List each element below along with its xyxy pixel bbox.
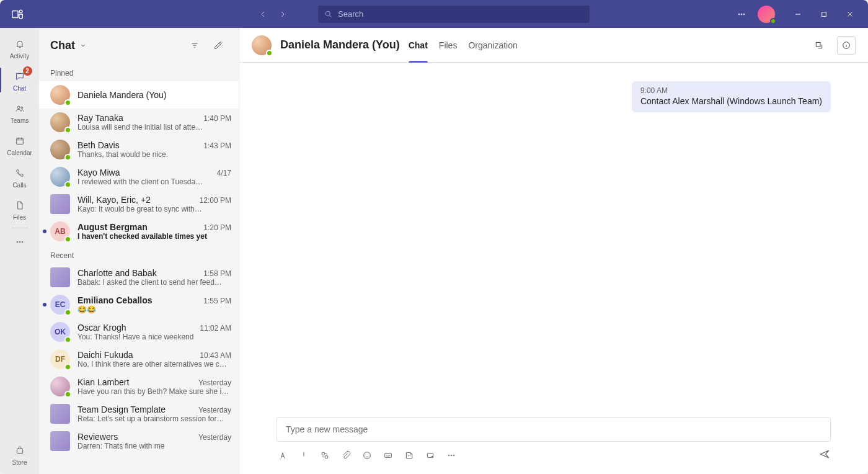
- search-input[interactable]: [338, 9, 583, 19]
- gif-button[interactable]: GIF: [382, 449, 394, 462]
- attach-button[interactable]: [340, 449, 352, 462]
- rail-label: Store: [12, 459, 27, 466]
- more-compose-button[interactable]: [445, 449, 458, 462]
- svg-rect-14: [816, 42, 820, 47]
- conversation-panel: Daniela Mandera (You) Chat Files Organiz…: [239, 28, 868, 474]
- chat-item[interactable]: OKOscar Krogh11:02 AMYou: Thanks! Have a…: [39, 318, 239, 346]
- chat-item-preview: Thanks, that would be nice.: [78, 150, 231, 159]
- chat-item-time: 1:20 PM: [203, 223, 231, 232]
- chat-item[interactable]: Kayo Miwa4/17I reviewed with the client …: [39, 163, 239, 190]
- chat-item-time: Yesterday: [198, 406, 231, 414]
- svg-point-8: [20, 107, 22, 109]
- tab-files[interactable]: Files: [439, 28, 458, 63]
- rail-label: Chat: [13, 85, 26, 92]
- rail-store[interactable]: Store: [0, 438, 39, 470]
- chat-item-time: 1:40 PM: [203, 114, 231, 123]
- chat-item[interactable]: Kian LambertYesterdayHave you ran this b…: [39, 373, 239, 400]
- chat-item-time: 11:02 AM: [200, 324, 231, 333]
- svg-point-26: [451, 455, 452, 456]
- svg-rect-6: [822, 12, 826, 16]
- nav-forward-button[interactable]: [273, 4, 293, 24]
- svg-point-11: [19, 241, 20, 243]
- format-button[interactable]: [277, 449, 289, 462]
- chat-list-title[interactable]: Chat: [50, 39, 87, 52]
- rail-calendar[interactable]: Calendar: [0, 128, 39, 161]
- chat-icon: 2: [12, 69, 27, 84]
- svg-point-18: [364, 452, 371, 459]
- svg-point-7: [17, 106, 20, 109]
- chat-item-name: Reviewers: [78, 432, 193, 442]
- stream-button[interactable]: [424, 449, 436, 462]
- calendar-icon: [12, 133, 27, 148]
- window-minimize-button[interactable]: [785, 0, 811, 28]
- chat-item[interactable]: Beth Davis1:43 PMThanks, that would be n…: [39, 136, 239, 163]
- loop-button[interactable]: [319, 449, 331, 462]
- chat-item[interactable]: DFDaichi Fukuda10:43 AMNo, I think there…: [39, 346, 239, 373]
- rail-more-apps[interactable]: [0, 231, 39, 253]
- phone-icon: [12, 166, 27, 181]
- chat-item-time: 1:43 PM: [203, 141, 231, 150]
- chat-item-preview: Louisa will send the initial list of att…: [78, 123, 231, 132]
- rail-teams[interactable]: Teams: [0, 96, 39, 128]
- file-icon: [12, 198, 27, 213]
- chat-item-name: Oscar Krogh: [78, 323, 195, 333]
- chat-item-preview: Reta: Let's set up a brainstorm session …: [78, 414, 231, 423]
- avatar: [50, 85, 70, 105]
- chat-item[interactable]: ReviewersYesterdayDarren: Thats fine wit…: [39, 427, 239, 455]
- sticker-button[interactable]: [403, 449, 415, 462]
- window-close-button[interactable]: [837, 0, 863, 28]
- unread-badge: 2: [23, 66, 32, 76]
- more-options-button[interactable]: [732, 6, 751, 22]
- store-icon: [12, 443, 27, 458]
- conversation-title: Daniela Mandera (You): [280, 38, 400, 51]
- avatar: [50, 112, 70, 132]
- chat-item[interactable]: Daniela Mandera (You): [39, 81, 239, 109]
- chat-item-preview: You: Thanks! Have a nice weekend: [78, 333, 231, 341]
- send-button[interactable]: [818, 448, 831, 463]
- rail-label: Activity: [10, 53, 30, 60]
- chat-item-preview: I reviewed with the client on Tuesda…: [78, 177, 231, 186]
- rail-activity[interactable]: Activity: [0, 32, 39, 64]
- message-composer[interactable]: [277, 417, 831, 442]
- teams-logo-icon: [5, 1, 31, 27]
- rail-calls[interactable]: Calls: [0, 161, 39, 193]
- composer-input[interactable]: [286, 424, 822, 434]
- tab-organization[interactable]: Organization: [468, 28, 517, 63]
- chat-item-preview: I haven't checked available times yet: [78, 232, 231, 241]
- svg-point-12: [22, 241, 23, 243]
- chat-item-time: Yesterday: [198, 378, 231, 387]
- search-bar[interactable]: [317, 5, 590, 24]
- avatar: [50, 377, 70, 396]
- chat-item[interactable]: ABAugust Bergman1:20 PMI haven't checked…: [39, 218, 239, 245]
- presence-available-icon: [64, 99, 71, 106]
- svg-point-10: [17, 241, 18, 243]
- new-chat-button[interactable]: [209, 36, 228, 55]
- popout-button[interactable]: [810, 36, 828, 55]
- rail-chat[interactable]: 2 Chat: [0, 64, 39, 96]
- chat-item[interactable]: Charlotte and Babak1:58 PMBabak: I asked…: [39, 264, 239, 291]
- chat-item[interactable]: ECEmiliano Ceballos1:55 PM😂😂: [39, 291, 239, 318]
- conversation-avatar[interactable]: [252, 35, 272, 55]
- priority-button[interactable]: [298, 449, 310, 462]
- chat-item-time: 1:58 PM: [203, 269, 231, 278]
- tab-chat[interactable]: Chat: [409, 28, 428, 63]
- avatar: [50, 194, 70, 214]
- avatar: [50, 267, 70, 287]
- window-maximize-button[interactable]: [811, 0, 837, 28]
- filter-button[interactable]: [185, 36, 204, 55]
- rail-files[interactable]: Files: [0, 193, 39, 225]
- avatar: DF: [50, 349, 70, 369]
- presence-available-icon: [266, 50, 273, 56]
- chat-item[interactable]: Ray Tanaka1:40 PMLouisa will send the in…: [39, 109, 239, 136]
- chat-item-name: August Bergman: [78, 222, 198, 232]
- message-bubble[interactable]: 9:00 AM Contact Alex Marshall (Windows L…: [632, 81, 831, 112]
- nav-back-button[interactable]: [253, 4, 273, 24]
- rail-label: Files: [13, 214, 26, 221]
- info-button[interactable]: [837, 36, 856, 55]
- chat-item[interactable]: Team Design TemplateYesterdayReta: Let's…: [39, 400, 239, 427]
- avatar: [50, 404, 70, 424]
- chat-item-name: Team Design Template: [78, 405, 193, 414]
- chat-item[interactable]: Will, Kayo, Eric, +212:00 PMKayo: It wou…: [39, 190, 239, 218]
- current-user-avatar[interactable]: [758, 6, 775, 23]
- emoji-button[interactable]: [361, 449, 373, 462]
